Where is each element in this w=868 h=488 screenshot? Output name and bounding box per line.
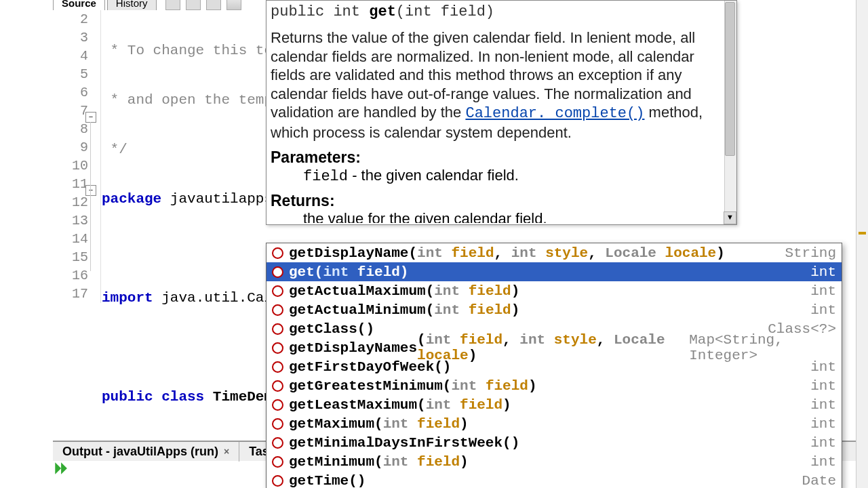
- method-icon: [272, 361, 283, 373]
- javadoc-parameters-heading: Parameters:: [271, 148, 732, 167]
- javadoc-returns-heading: Returns:: [271, 192, 732, 210]
- method-icon: [272, 285, 283, 297]
- toolbar-icon-1[interactable]: [165, 0, 180, 10]
- fold-guide: [90, 122, 91, 271]
- scrollbar-thumb[interactable]: [725, 2, 735, 156]
- editor-toolbar: Source History: [53, 0, 241, 10]
- completion-item-getMinimum[interactable]: getMinimum(int field)int: [267, 452, 842, 471]
- method-icon: [272, 304, 283, 316]
- completion-item-getLeastMaximum[interactable]: getLeastMaximum(int field)int: [267, 395, 842, 414]
- editor-scrollbar[interactable]: [856, 0, 868, 488]
- line-gutter: 2 3 4 5 6 7 8 9 10 11 12 13 14 15 16 17: [53, 10, 101, 303]
- method-icon: [272, 418, 283, 430]
- completion-item-getGreatestMinimum[interactable]: getGreatestMinimum(int field)int: [267, 376, 842, 395]
- method-icon: [272, 456, 283, 468]
- method-icon: [272, 437, 283, 449]
- warning-marker[interactable]: [859, 232, 866, 235]
- editor-window: Source History 2 3 4 5 6 7 8 9 10 11 12 …: [0, 0, 868, 488]
- toolbar-icon-2[interactable]: [186, 0, 201, 10]
- javadoc-signature: public int get(int field): [271, 3, 732, 20]
- completion-item-get[interactable]: get(int field)int: [267, 262, 842, 281]
- completion-item-getMinimalDaysInFirstWeek[interactable]: getMinimalDaysInFirstWeek()int: [267, 433, 842, 452]
- tab-history[interactable]: History: [107, 0, 157, 10]
- completion-item-getActualMinimum[interactable]: getActualMinimum(int field)int: [267, 300, 842, 319]
- scrollbar-down-icon[interactable]: ▼: [724, 211, 736, 224]
- method-icon: [272, 399, 283, 411]
- completion-item-getDisplayName[interactable]: getDisplayName(int field, int style, Loc…: [267, 243, 842, 262]
- toolbar-icon-search[interactable]: [226, 0, 241, 10]
- method-icon: [272, 380, 283, 392]
- close-icon[interactable]: ×: [224, 446, 229, 457]
- javadoc-description: Returns the value of the given calendar …: [271, 28, 732, 142]
- toolbar-icon-3[interactable]: [206, 0, 221, 10]
- javadoc-link-complete[interactable]: Calendar. complete(): [465, 105, 644, 122]
- rerun-icon[interactable]: [53, 461, 68, 476]
- method-icon: [272, 247, 283, 259]
- code-completion-popup[interactable]: getDisplayName(int field, int style, Loc…: [266, 243, 842, 488]
- javadoc-popup: public int get(int field) Returns the va…: [266, 0, 737, 225]
- completion-item-getDisplayNames[interactable]: getDisplayNames(int field, int style, Lo…: [267, 338, 842, 357]
- method-icon: [272, 266, 283, 278]
- completion-item-getActualMaximum[interactable]: getActualMaximum(int field)int: [267, 281, 842, 300]
- output-tab[interactable]: Output - javaUtilApps (run)×: [53, 442, 239, 462]
- fold-toggle-import[interactable]: −: [85, 112, 96, 123]
- method-icon: [272, 323, 283, 335]
- fold-toggle-method[interactable]: −: [85, 185, 96, 196]
- method-icon: [272, 342, 283, 354]
- method-icon: [272, 475, 283, 487]
- completion-item-getMaximum[interactable]: getMaximum(int field)int: [267, 414, 842, 433]
- tab-source[interactable]: Source: [53, 0, 105, 10]
- completion-item-getTime[interactable]: getTime()Date: [267, 471, 842, 488]
- javadoc-scrollbar[interactable]: ▼: [724, 1, 736, 224]
